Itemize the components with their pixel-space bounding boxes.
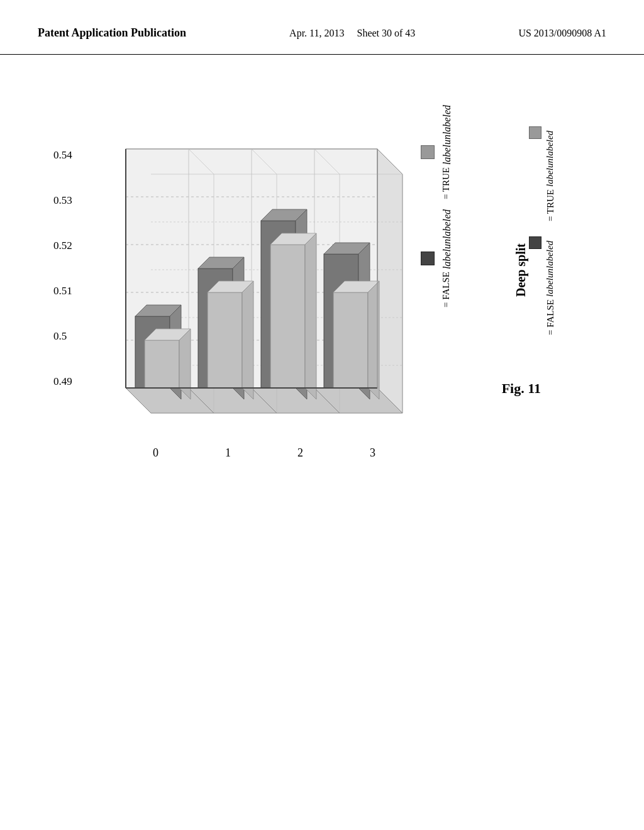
y-label-0: 0.49 xyxy=(53,375,72,388)
legend-value-false: = FALSE xyxy=(545,299,556,335)
legend-item-false: labelunlabeled = FALSE xyxy=(421,209,453,307)
publication-date: Apr. 11, 2013 xyxy=(289,28,344,38)
legend-right: labelunlabeled = TRUE labelunlabeled = F… xyxy=(529,124,556,335)
x-label-1: 1 xyxy=(203,446,253,460)
y-label-3: 0.52 xyxy=(53,240,72,252)
publication-title: Patent Application Publication xyxy=(38,26,186,39)
figure-label: Fig. 11 xyxy=(502,380,541,397)
svg-marker-2 xyxy=(377,149,402,413)
x-label-0: 0 xyxy=(131,446,181,460)
legend-swatch-true2 xyxy=(529,126,541,139)
svg-rect-29 xyxy=(145,340,179,388)
y-label-5: 0.54 xyxy=(53,149,72,162)
chart-area: 0.49 0.5 0.51 0.52 0.53 0.54 xyxy=(88,143,415,434)
legend-item-true: labelunlabeled = TRUE xyxy=(421,105,453,199)
y-label-2: 0.51 xyxy=(53,285,72,297)
page-header: Patent Application Publication Apr. 11, … xyxy=(0,0,644,55)
legend-label-true: labelunlabeled xyxy=(545,124,556,187)
x-label-2: 2 xyxy=(275,446,326,460)
svg-rect-47 xyxy=(333,292,368,388)
x-axis-title: Deep split xyxy=(514,243,528,297)
legend-entry-false: labelunlabeled = FALSE xyxy=(529,234,556,335)
legend-swatch-false2 xyxy=(529,236,541,249)
svg-marker-37 xyxy=(242,281,253,399)
svg-rect-35 xyxy=(208,292,242,388)
sheet-info: Sheet 30 of 43 xyxy=(357,28,415,38)
bar-chart-svg xyxy=(88,143,415,432)
legend-label-false: labelunlabeled xyxy=(545,234,556,297)
y-label-4: 0.53 xyxy=(53,194,72,207)
legend-text-false: labelunlabeled = FALSE xyxy=(441,209,453,307)
legend-text-true: labelunlabeled = TRUE xyxy=(441,105,453,199)
svg-rect-41 xyxy=(270,245,305,388)
svg-marker-43 xyxy=(305,233,316,399)
legend-swatch-true xyxy=(421,145,435,159)
header-right: US 2013/0090908 A1 xyxy=(518,25,606,42)
publication-number: US 2013/0090908 A1 xyxy=(518,28,606,38)
legend-value-true: = TRUE xyxy=(545,189,556,221)
x-axis-labels: 0 1 2 3 xyxy=(119,446,409,460)
y-axis: 0.49 0.5 0.51 0.52 0.53 0.54 xyxy=(53,149,72,388)
legend-swatch-false xyxy=(421,252,435,265)
x-label-3: 3 xyxy=(348,446,398,460)
legend-entry-true: labelunlabeled = TRUE xyxy=(529,124,556,221)
header-center: Apr. 11, 2013 Sheet 30 of 43 xyxy=(289,25,415,42)
y-label-1: 0.5 xyxy=(53,330,72,343)
content-area: labelunlabeled = TRUE labelunlabeled = F… xyxy=(0,55,644,460)
svg-marker-31 xyxy=(179,329,191,399)
header-left: Patent Application Publication xyxy=(38,25,186,41)
